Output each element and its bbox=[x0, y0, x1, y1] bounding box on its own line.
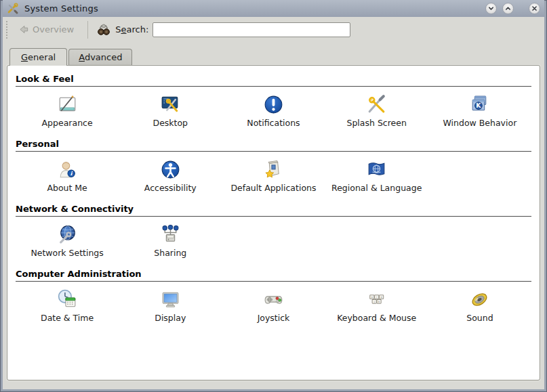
module-label: Sharing bbox=[154, 248, 186, 258]
search-binoculars-icon bbox=[96, 23, 111, 37]
search-input[interactable] bbox=[153, 22, 350, 37]
sound-icon bbox=[468, 288, 491, 311]
svg-text:i: i bbox=[376, 296, 377, 299]
about-me-icon: i bbox=[56, 158, 79, 181]
titlebar[interactable]: System Settings bbox=[3, 0, 544, 17]
module-keyboard-mouse[interactable]: uio jk Keyboard & Mouse bbox=[325, 286, 428, 327]
search-group: Search: bbox=[96, 22, 350, 37]
tab-advanced-mnemonic: A bbox=[79, 52, 85, 62]
tab-general-label: eneral bbox=[28, 52, 56, 62]
search-label: Search: bbox=[115, 24, 148, 35]
splash-screen-icon bbox=[365, 93, 388, 116]
chevron-down-icon bbox=[488, 5, 494, 12]
module-splash-screen[interactable]: Splash Screen bbox=[325, 91, 428, 132]
svg-text:K: K bbox=[477, 102, 482, 109]
module-label: Window Behavior bbox=[443, 118, 517, 128]
date-time-icon bbox=[56, 288, 79, 311]
module-label: Notifications bbox=[247, 118, 300, 128]
module-label: Sound bbox=[466, 313, 493, 323]
section-grid-personal: i About Me bbox=[16, 152, 531, 198]
module-desktop[interactable]: Desktop bbox=[119, 91, 222, 132]
module-label: Accessibility bbox=[144, 183, 197, 193]
display-icon bbox=[159, 288, 182, 311]
module-date-time[interactable]: Date & Time bbox=[16, 286, 119, 327]
module-label: Date & Time bbox=[41, 313, 94, 323]
window-title: System Settings bbox=[24, 3, 98, 14]
section-title-network-connectivity: Network & Connectivity bbox=[16, 198, 531, 217]
section-grid-computer-administration: Date & Time Display bbox=[16, 282, 531, 328]
module-label: Default Applications bbox=[230, 183, 316, 193]
tab-bar: General Advanced bbox=[3, 48, 544, 65]
module-about-me[interactable]: i About Me bbox=[16, 156, 119, 197]
appearance-icon bbox=[56, 93, 79, 116]
sharing-icon bbox=[159, 223, 182, 246]
close-button[interactable] bbox=[529, 3, 540, 14]
module-label: Appearance bbox=[42, 118, 93, 128]
tab-general[interactable]: General bbox=[9, 48, 67, 66]
module-label: Keyboard & Mouse bbox=[337, 313, 416, 323]
module-label: Network Settings bbox=[31, 248, 103, 258]
module-window-behavior[interactable]: K Window Behavior bbox=[428, 91, 531, 132]
shade-button[interactable] bbox=[485, 3, 497, 14]
module-notifications[interactable]: Notifications bbox=[222, 91, 325, 132]
system-settings-window: System Settings Overview bbox=[0, 0, 547, 392]
chevron-up-icon bbox=[505, 5, 511, 12]
section-grid-look-and-feel: Appearance Desktop bbox=[16, 87, 531, 133]
module-label: Display bbox=[155, 313, 186, 323]
section-title-computer-administration: Computer Administration bbox=[16, 263, 531, 282]
section-title-look-and-feel: Look & Feel bbox=[16, 68, 531, 87]
window-behavior-icon: K bbox=[468, 93, 491, 116]
close-icon bbox=[531, 5, 538, 12]
desktop-icon bbox=[159, 93, 182, 116]
keyboard-mouse-icon: uio jk bbox=[365, 288, 388, 311]
tab-general-mnemonic: G bbox=[21, 52, 28, 62]
svg-text:j: j bbox=[373, 301, 375, 303]
module-label: Joystick bbox=[258, 313, 290, 323]
overview-label: Overview bbox=[33, 24, 74, 35]
module-default-applications[interactable]: Default Applications bbox=[222, 156, 325, 197]
module-network-settings[interactable]: Network Settings bbox=[16, 221, 119, 262]
toolbar-drag-handle[interactable] bbox=[5, 21, 8, 39]
overview-button[interactable]: Overview bbox=[14, 22, 79, 37]
module-sharing[interactable]: Sharing bbox=[119, 221, 222, 262]
tab-advanced[interactable]: Advanced bbox=[68, 49, 132, 65]
accessibility-icon bbox=[159, 158, 182, 181]
module-label: About Me bbox=[47, 183, 87, 193]
joystick-icon bbox=[262, 288, 285, 311]
notifications-icon bbox=[262, 93, 285, 116]
toolbar: Overview Search: bbox=[3, 17, 544, 42]
back-arrow-icon bbox=[19, 24, 29, 35]
module-label: Regional & Language bbox=[331, 183, 422, 193]
window-body: Overview Search: General Advanced bbox=[3, 17, 544, 389]
system-settings-app-icon bbox=[7, 3, 19, 15]
maximize-button[interactable] bbox=[502, 3, 514, 14]
module-regional-language[interactable]: Regional & Language bbox=[325, 156, 428, 197]
module-sound[interactable]: Sound bbox=[428, 286, 531, 327]
regional-language-icon bbox=[365, 158, 388, 181]
module-label: Desktop bbox=[153, 118, 188, 128]
module-label: Splash Screen bbox=[347, 118, 407, 128]
module-display[interactable]: Display bbox=[119, 286, 222, 327]
module-accessibility[interactable]: Accessibility bbox=[119, 156, 222, 197]
module-appearance[interactable]: Appearance bbox=[16, 91, 119, 132]
module-joystick[interactable]: Joystick bbox=[222, 286, 325, 327]
search-label-post: arch: bbox=[126, 24, 148, 35]
section-title-personal: Personal bbox=[16, 133, 531, 152]
default-applications-icon bbox=[262, 158, 285, 181]
tab-advanced-label: dvanced bbox=[85, 52, 123, 62]
section-grid-network-connectivity: Network Settings Sharing bbox=[16, 217, 531, 263]
toolbar-separator bbox=[87, 21, 88, 39]
general-tab-panel: Look & Feel Appearance bbox=[7, 65, 540, 380]
network-settings-icon bbox=[56, 223, 79, 246]
